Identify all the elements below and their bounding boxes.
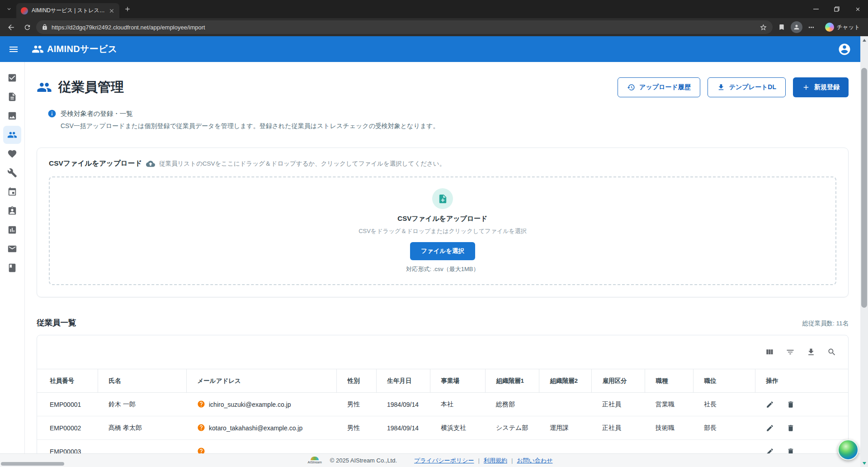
more-options-icon[interactable] — [804, 20, 819, 34]
edit-button[interactable] — [766, 400, 774, 409]
email-text: kotaro_takahashi@example.co.jp — [209, 425, 302, 432]
new-tab-button[interactable] — [121, 3, 134, 15]
favorites-icon[interactable] — [774, 20, 789, 34]
cell-emp-id: EMP00001 — [37, 393, 98, 416]
minimize-icon — [813, 6, 819, 12]
copilot-chat-button[interactable]: チャット — [821, 23, 864, 32]
sidebar-item-schedule[interactable] — [3, 183, 21, 201]
template-download-label: テンプレートDL — [729, 83, 776, 91]
people-icon — [7, 130, 17, 140]
employee-table: 社員番号 氏名 メールアドレス 性別 生年月日 事業場 組織階層1 組織階層2 … — [37, 369, 848, 463]
delete-button[interactable] — [787, 400, 795, 409]
col-job-type[interactable]: 職種 — [645, 369, 693, 393]
new-register-button[interactable]: 新規登録 — [793, 77, 849, 97]
sidebar-item-health[interactable] — [3, 145, 21, 163]
trash-icon — [787, 400, 795, 409]
profile-avatar[interactable] — [791, 21, 802, 33]
info-title: 受検対象者の登録・一覧 — [61, 110, 133, 118]
sidebar-item-mail[interactable] — [3, 240, 21, 258]
delete-button[interactable] — [787, 424, 795, 432]
col-emp-id[interactable]: 社員番号 — [37, 369, 98, 393]
sidebar-item-reports[interactable] — [3, 221, 21, 239]
menu-button[interactable] — [7, 43, 20, 56]
back-button[interactable] — [4, 20, 18, 34]
sidebar-item-tasks[interactable] — [3, 69, 21, 87]
upload-history-button[interactable]: アップロード履歴 — [618, 77, 700, 97]
col-employment[interactable]: 雇用区分 — [591, 369, 645, 393]
cell-name: 髙橋 孝太郎 — [98, 416, 186, 440]
col-org1[interactable]: 組織階層1 — [485, 369, 539, 393]
floating-globe-button[interactable] — [838, 439, 859, 460]
edit-button[interactable] — [766, 424, 774, 432]
col-org2[interactable]: 組織階層2 — [539, 369, 591, 393]
format-note: 対応形式: .csv（最大1MB） — [406, 265, 479, 273]
account-button[interactable] — [838, 43, 851, 56]
cell-name: 鈴木 一郎 — [98, 393, 186, 416]
cell-position: 社長 — [693, 393, 755, 416]
sidebar-item-library[interactable] — [3, 259, 21, 277]
tab-title: AIMINDサービス | ストレスチェック×デジ — [32, 7, 105, 14]
window-restore-button[interactable] — [826, 0, 847, 18]
refresh-button[interactable] — [20, 20, 34, 34]
table-row[interactable]: EMP00001 鈴木 一郎 ichiro_suzuki@example.co.… — [37, 393, 848, 416]
app-title: AIMINDサービス — [47, 43, 118, 55]
footer-brand-text: AIStream — [307, 461, 321, 464]
col-email[interactable]: メールアドレス — [186, 369, 336, 393]
page-actions: アップロード履歴 テンプレートDL 新規登録 — [618, 77, 849, 97]
col-position[interactable]: 職位 — [693, 369, 755, 393]
terms-link[interactable]: 利用規約 — [474, 457, 507, 465]
vertical-scrollbar-thumb[interactable] — [861, 68, 867, 308]
tab-close-icon[interactable] — [108, 8, 115, 14]
cell-email: ichiro_suzuki@example.co.jp — [186, 393, 336, 416]
col-filler — [802, 369, 848, 393]
plus-icon — [124, 5, 131, 13]
export-icon[interactable] — [807, 348, 816, 357]
sidebar-item-employees[interactable] — [3, 126, 21, 144]
window-controls — [806, 0, 868, 18]
employee-table-card: 社員番号 氏名 メールアドレス 性別 生年月日 事業場 組織階層1 組織階層2 … — [37, 335, 849, 464]
contact-link[interactable]: お問い合わせ — [507, 457, 553, 465]
sidebar-item-assignments[interactable] — [3, 202, 21, 220]
sidebar-item-media[interactable] — [3, 107, 21, 125]
tab-search-button[interactable] — [3, 3, 15, 15]
book-icon — [7, 263, 17, 273]
window-minimize-button[interactable] — [806, 0, 826, 18]
pencil-icon — [766, 424, 774, 432]
col-office[interactable]: 事業場 — [430, 369, 485, 393]
table-row[interactable]: EMP00002 髙橋 孝太郎 kotaro_takahashi@example… — [37, 416, 848, 440]
person-icon — [793, 24, 800, 31]
sidebar-item-tools[interactable] — [3, 164, 21, 182]
col-gender[interactable]: 性別 — [336, 369, 376, 393]
close-icon — [855, 6, 861, 12]
history-icon — [627, 83, 635, 91]
sidebar-item-documents[interactable] — [3, 88, 21, 106]
cell-gender: 男性 — [336, 416, 376, 440]
email-warning-icon — [197, 424, 205, 432]
employee-table-body: EMP00001 鈴木 一郎 ichiro_suzuki@example.co.… — [37, 393, 848, 463]
table-header-row: 社員番号 氏名 メールアドレス 性別 生年月日 事業場 組織階層1 組織階層2 … — [37, 369, 848, 393]
privacy-policy-link[interactable]: プライバシーポリシー — [414, 457, 474, 465]
cell-employment: 正社員 — [591, 416, 645, 440]
col-name[interactable]: 氏名 — [98, 369, 186, 393]
address-bar[interactable]: https://d2dgq79kri2492.cloudfront.net/ap… — [36, 20, 773, 34]
browser-tab[interactable]: AIMINDサービス | ストレスチェック×デジ — [16, 3, 119, 18]
template-download-button[interactable]: テンプレートDL — [708, 77, 786, 97]
url-text: https://d2dgq79kri2492.cloudfront.net/ap… — [52, 24, 756, 31]
page-header: 従業員管理 アップロード履歴 テンプレートDL 新規登録 — [37, 77, 849, 97]
select-file-button[interactable]: ファイルを選択 — [410, 242, 475, 260]
copyright-text: © 2025 AIStream Co.,Ltd. — [330, 457, 397, 464]
vertical-scrollbar[interactable] — [860, 36, 868, 467]
filter-icon[interactable] — [786, 348, 795, 357]
scroll-down-arrow[interactable] — [860, 459, 868, 467]
scroll-up-arrow[interactable] — [860, 36, 868, 44]
window-close-button[interactable] — [847, 0, 868, 18]
horizontal-scrollbar-thumb[interactable] — [1, 462, 64, 466]
wrench-icon — [7, 168, 17, 178]
view-columns-icon[interactable] — [765, 348, 774, 357]
cell-office: 横浜支社 — [430, 416, 485, 440]
bookmark-star-icon[interactable] — [760, 24, 767, 31]
search-icon[interactable] — [827, 348, 836, 357]
tab-strip: AIMINDサービス | ストレスチェック×デジ — [0, 0, 868, 18]
col-birth[interactable]: 生年月日 — [376, 369, 430, 393]
csv-dropzone[interactable]: CSVファイルをアップロード CSVをドラッグ＆ドロップまたはクリックしてファイ… — [49, 176, 836, 285]
